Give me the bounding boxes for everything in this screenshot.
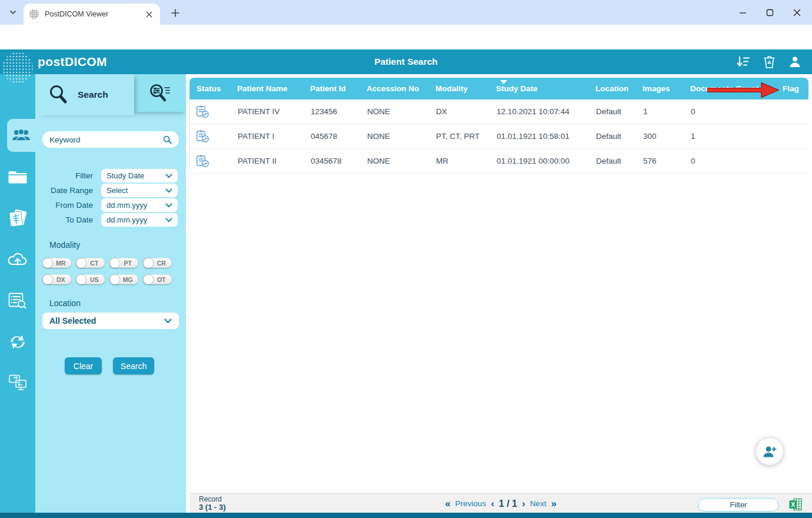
filter-row: From Date dd.mm.yyyy [35,198,186,212]
previous-page-icon[interactable]: ‹ [491,499,494,509]
sidebar-item-folders[interactable] [0,160,35,193]
table-footer: Record 3 (1 - 3) « Previous ‹ 1 / 1 › Ne… [189,493,812,513]
modality-option-label: US [86,276,105,283]
filter-select[interactable]: Select [101,184,178,197]
sort-order-button[interactable] [736,54,751,69]
keyword-placeholder: Keyword [49,135,163,144]
modality-toggle-cr[interactable]: CR [143,258,172,268]
modality-toggle-mr[interactable]: MR [42,258,71,268]
tab-search-button[interactable] [5,5,21,20]
location-select[interactable]: All Selected [42,313,179,329]
bottom-status-strip [0,513,812,518]
cell-images: 300 [643,124,657,148]
modality-label: Modality [49,240,80,250]
filter-label: From Date [35,201,101,210]
modality-toggle-ct[interactable]: CT [76,258,105,268]
browser-tab-strip: PostDICOM Viewer [0,0,812,25]
account-button[interactable] [787,54,803,69]
add-patient-button[interactable] [756,438,783,465]
toggle-knob [43,258,52,268]
advanced-search-icon [148,83,172,103]
keyword-search-icon[interactable] [163,135,172,144]
column-header-accession_no[interactable]: Accession No [367,78,419,99]
chevron-down-icon [165,174,172,178]
modality-toggle-us[interactable]: US [76,274,105,284]
report-status-icon[interactable] [196,154,209,168]
cell-modality: PT, CT, PRT [436,124,480,148]
cell-patient_name: PATIENT IV [238,99,279,124]
location-label: Location [49,298,81,308]
postdicom-logo [2,52,33,84]
app-header [0,49,812,74]
modality-option-label: DX [52,276,72,283]
chevron-down-icon [165,203,172,208]
chevron-down-icon [164,318,172,324]
cell-patient_name: PATIENT II [238,149,277,173]
annotation-red-arrow [707,82,780,98]
window-minimize-button[interactable] [737,6,748,18]
filter-value: dd.mm.yyyy [107,201,165,210]
sidebar-item-cloud-upload[interactable] [0,243,35,275]
report-status-icon[interactable] [196,105,209,118]
search-button[interactable]: Search [113,357,154,374]
filter-select[interactable]: dd.mm.yyyy [101,198,178,212]
modality-option-label: CT [86,260,105,267]
column-header-patient_name[interactable]: Patient Name [237,78,288,99]
recycle-bin-button[interactable] [761,54,777,69]
cell-location: Default [596,99,621,124]
table-row[interactable]: PATIENT II0345678NONEMR01.01.1921 00:00:… [190,149,809,174]
filter-select[interactable]: Study Date [101,169,178,182]
modality-toggle-ot[interactable]: OT [143,274,172,284]
filter-row: To Date dd.mm.yyyy [35,213,186,227]
chevron-down-icon [9,8,17,16]
next-page-button[interactable]: Next [530,499,547,508]
sidebar-item-image-studies[interactable] [0,202,35,235]
next-page-icon[interactable]: › [522,499,525,509]
modality-option-label: MG [119,276,139,283]
window-controls [737,4,807,21]
tab-close-icon[interactable] [144,9,154,19]
filter-label: Filter [35,171,101,180]
cell-location: Default [596,149,621,173]
table-row[interactable]: PATIENT I045678NONEPT, CT, PRT01.01.1921… [190,124,809,149]
cell-modality: DX [436,99,447,124]
column-header-flag[interactable]: Flag [783,78,799,99]
sidebar-item-worklist-search[interactable] [0,284,35,317]
column-header-status[interactable]: Status [197,78,221,99]
sidebar-item-patient-search[interactable] [7,119,35,152]
sidebar-item-network-transfer[interactable] [0,366,35,399]
report-status-icon[interactable] [196,130,209,143]
modality-toggle-dx[interactable]: DX [42,274,71,284]
tab-advanced-search[interactable] [134,74,186,112]
modality-toggle-pt[interactable]: PT [109,258,138,268]
last-page-icon[interactable]: » [551,499,556,509]
previous-page-button[interactable]: Previous [455,499,487,508]
window-close-button[interactable] [791,6,803,18]
table-row[interactable]: PATIENT IV123456NONEDX12.10.2021 10:07:4… [190,99,809,124]
tab-title: PostDICOM Viewer [45,10,144,18]
column-header-modality[interactable]: Modality [435,78,468,99]
sort-descending-icon [736,55,750,68]
first-page-icon[interactable]: « [445,499,450,509]
modality-toggle-mg[interactable]: MG [109,274,138,284]
filter-group: Filter Study Date Date Range Select From… [35,169,186,228]
excel-export-button[interactable]: X [788,497,803,512]
sidebar-item-sync[interactable] [0,326,35,358]
toggle-knob [43,275,52,284]
browser-tab[interactable]: PostDICOM Viewer [24,4,160,25]
cell-images: 576 [643,149,657,173]
window-maximize-button[interactable] [764,6,776,18]
browser-toolbar: germany.postdicom.com/Viewer/Main Guest [0,25,812,49]
clear-button[interactable]: Clear [65,357,102,374]
column-header-patient_id[interactable]: Patient Id [310,78,346,99]
new-tab-button[interactable] [168,6,182,20]
filter-row: Filter Study Date [35,169,186,182]
keyword-input[interactable]: Keyword [42,131,179,148]
filter-select[interactable]: dd.mm.yyyy [101,213,178,227]
tab-search[interactable]: Search [35,74,134,115]
column-header-location[interactable]: Location [595,78,628,99]
filter-button[interactable]: Filter [698,498,779,512]
modality-option-label: OT [153,276,172,283]
search-icon [48,84,68,105]
column-header-images[interactable]: Images [643,78,670,99]
